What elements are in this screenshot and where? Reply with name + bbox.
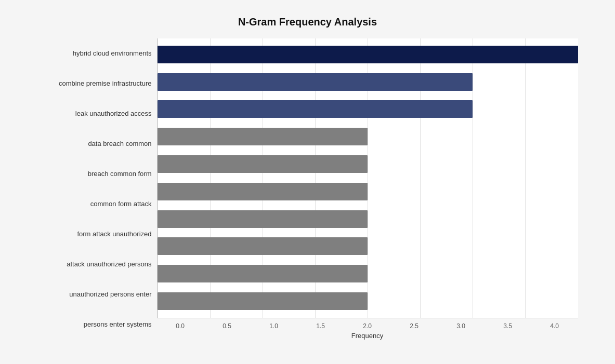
y-axis-label: common form attack [90,191,152,217]
bar [158,265,368,282]
bar-row [158,290,578,312]
bar [158,73,473,91]
chart-title: N-Gram Frequency Analysis [37,16,578,28]
bars-and-xaxis: 0.00.51.01.52.02.53.03.54.0 Frequency [157,38,578,340]
y-axis-label: hybrid cloud environments [73,41,152,66]
bar-row [158,208,578,230]
x-axis-tick: 2.0 [344,322,391,330]
bar-row [158,153,578,175]
bars-wrapper [158,38,578,318]
y-axis-label: persons enter systems [84,312,152,338]
bar-row [158,98,578,120]
y-axis-label: breach common form [88,161,152,187]
bar-row [158,181,578,203]
y-axis-label: leak unauthorized access [75,101,152,127]
x-axis-tick: 4.0 [531,322,578,330]
y-axis-label: attack unauthorized persons [67,251,151,277]
x-axis-tick: 1.5 [297,322,344,330]
x-axis-labels: 0.00.51.01.52.02.53.03.54.0 [157,318,578,330]
bar-row [158,71,578,93]
x-axis-tick: 3.5 [485,322,531,330]
chart-container: N-Gram Frequency Analysis hybrid cloud e… [22,6,594,359]
bar [158,183,368,200]
y-axis-label: combine premise infrastructure [59,71,151,97]
bar-row [158,126,578,147]
bar [158,292,368,310]
bars-area [157,38,578,318]
x-axis-tick: 0.0 [157,322,204,330]
y-axis-label: data breach common [88,131,151,157]
x-axis-tick: 1.0 [251,322,297,330]
x-axis-tick: 0.5 [204,322,251,330]
chart-area: hybrid cloud environmentscombine premise… [37,38,578,340]
y-axis-label: form attack unauthorized [77,221,151,247]
bar [158,128,368,145]
bar [158,237,368,255]
x-axis-tick: 3.0 [438,322,485,330]
y-axis-labels: hybrid cloud environmentscombine premise… [37,38,157,340]
bar [158,100,473,118]
x-axis-title: Frequency [157,332,578,340]
y-axis-label: unauthorized persons enter [69,281,151,307]
bar-row [158,235,578,257]
bar [158,155,368,173]
bar-row [158,263,578,285]
bar [158,210,368,228]
bar-row [158,44,578,65]
bar [158,46,578,63]
x-axis-tick: 2.5 [391,322,438,330]
